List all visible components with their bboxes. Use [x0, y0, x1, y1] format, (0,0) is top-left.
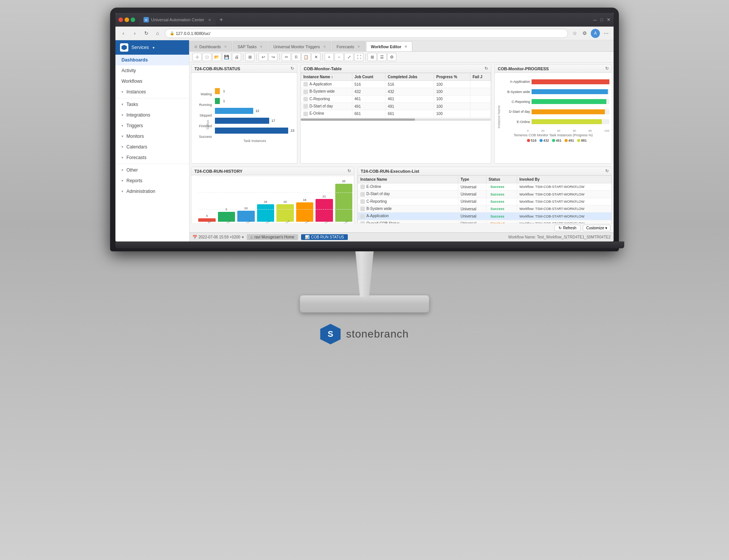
col-invoked-by[interactable]: Invoked By [517, 176, 611, 183]
col-type[interactable]: Type [458, 176, 486, 183]
table-row[interactable]: D-Start of day 491 491 100 [301, 103, 491, 110]
grid-button[interactable]: ⊞ [368, 53, 377, 61]
refresh-icon[interactable]: ↻ [605, 169, 609, 174]
redo-button[interactable]: ↪ [268, 53, 278, 61]
save-button[interactable]: 💾 [222, 53, 231, 61]
forward-button[interactable]: › [131, 29, 139, 38]
cell-job-count: 516 [352, 81, 385, 88]
table-row[interactable]: C-Reporting 461 461 100 [301, 95, 491, 103]
browser-tab-uac[interactable]: U Universal Automation Center ✕ [139, 14, 216, 25]
cell-invoked: Workflow: TSM-COB-START-WORKFLOW [517, 205, 611, 213]
new-button[interactable]: □ [202, 53, 211, 61]
browser-window-controls[interactable] [118, 17, 135, 22]
cut-button[interactable]: ✂ [282, 53, 291, 61]
col-instance-name[interactable]: Instance Name ↕ [301, 73, 352, 81]
tab-forecasts[interactable]: Forecasts ✕ [332, 41, 365, 51]
col-status[interactable]: Status [486, 176, 517, 183]
back-button[interactable]: ‹ [119, 29, 128, 38]
cursor-tool-button[interactable]: ⊹ [193, 53, 202, 61]
undo-button[interactable]: ↩ [259, 53, 268, 61]
sidebar-item-workflows[interactable]: Workflows [115, 76, 189, 87]
refresh-button[interactable]: ↻ [142, 29, 150, 38]
minimize-window-button[interactable] [125, 17, 129, 22]
col-progress[interactable]: Progress % [434, 73, 470, 81]
table-row[interactable]: A-Application 516 516 100 [301, 81, 491, 88]
new-tab-button[interactable]: + [219, 16, 223, 23]
zoom-out-button[interactable]: − [335, 53, 344, 61]
bookmark-icon[interactable]: ☆ [571, 30, 579, 37]
horizontal-scrollbar[interactable] [301, 118, 491, 121]
sidebar-item-calendars[interactable]: ▾ Calendars [115, 142, 189, 152]
copy-button[interactable]: ⎘ [292, 53, 301, 61]
table-row[interactable]: B-System wide 432 432 100 [301, 88, 491, 95]
tab-universal-monitor[interactable]: Universal Monitor Triggers ✕ [268, 41, 331, 51]
close-tab-icon[interactable]: ✕ [404, 45, 407, 49]
layout-button[interactable]: ☰ [377, 53, 387, 61]
tab-sap-tasks[interactable]: SAP Tasks ✕ [233, 41, 268, 51]
expand-button[interactable]: ⊞ [245, 53, 254, 61]
tab-workflow-editor[interactable]: Workflow Editor ✕ [366, 41, 412, 51]
sidebar-item-triggers[interactable]: ▾ Triggers [115, 120, 189, 131]
refresh-icon[interactable]: ↻ [484, 66, 488, 71]
open-button[interactable]: 📂 [212, 53, 221, 61]
scrollbar-thumb[interactable] [301, 118, 415, 121]
tab-dashboards[interactable]: ⊞ Dashboards ✕ [189, 41, 232, 51]
close-tab-icon[interactable]: ✕ [208, 18, 211, 22]
refresh-icon[interactable]: ↻ [605, 66, 609, 71]
close-tab-icon[interactable]: ✕ [224, 45, 227, 49]
restore-icon[interactable]: □ [600, 17, 603, 22]
settings-icon[interactable]: ⚙ [581, 30, 589, 37]
refresh-button[interactable]: ↻ Refresh [554, 225, 581, 231]
sidebar-item-administration[interactable]: ▾ Administration [115, 186, 189, 197]
sidebar-item-activity[interactable]: Activity [115, 65, 189, 76]
sidebar-item-instances[interactable]: ▾ Instances [115, 87, 189, 97]
minimize-icon[interactable]: ─ [593, 17, 596, 23]
sidebar-brand-arrow-icon: ▾ [153, 46, 155, 50]
table-row[interactable]: E-Online Universal Success Workflow: TSM… [358, 183, 612, 191]
table-row[interactable]: Overall COB Status Universal Finished Wo… [358, 220, 612, 223]
sidebar-item-reports[interactable]: ▾ Reports [115, 175, 189, 186]
table-row[interactable]: D-Start of day Universal Success Workflo… [358, 191, 612, 198]
profile-avatar[interactable]: A [591, 29, 600, 38]
close-tab-icon[interactable]: ✕ [323, 45, 326, 49]
table-row[interactable]: A-Application Universal Success Workflow… [358, 213, 612, 220]
bar-value: 12 [256, 109, 259, 113]
sidebar-item-other[interactable]: ▾ Other [115, 165, 189, 175]
more-options-icon[interactable]: ⋯ [602, 30, 610, 37]
close-tab-icon[interactable]: ✕ [260, 45, 263, 49]
delete-button[interactable]: ✕ [311, 53, 320, 61]
close-icon[interactable]: ✕ [607, 17, 611, 22]
paste-button[interactable]: 📋 [301, 53, 311, 61]
col-instance-name[interactable]: Instance Name [358, 176, 458, 183]
fit-button[interactable]: ⤢ [344, 53, 353, 61]
close-tab-icon[interactable]: ✕ [357, 45, 360, 49]
zoom-in-button[interactable]: + [325, 53, 334, 61]
col-job-count[interactable]: Job Count [352, 73, 385, 81]
sidebar-item-integrations[interactable]: ▾ Integrations [115, 110, 189, 120]
address-bar[interactable]: 🔒 127.0.0.1:8080/uc/ [165, 29, 568, 38]
close-window-button[interactable] [118, 17, 123, 22]
sidebar-item-forecasts[interactable]: ▾ Forecasts [115, 152, 189, 163]
col-fail[interactable]: Fail J [470, 73, 491, 81]
refresh-icon[interactable]: ↻ [290, 66, 294, 71]
refresh-icon[interactable]: ↻ [347, 169, 351, 174]
settings-button[interactable]: ⚙ [387, 53, 396, 61]
table-row[interactable]: B-System wide Universal Success Workflow… [358, 205, 612, 213]
fullscreen-button[interactable]: ⛶ [354, 53, 363, 61]
expand-icon: ▾ [122, 189, 123, 193]
statusbar-tab-cob[interactable]: 📊 COB RUN STATUS [301, 234, 348, 240]
table-row[interactable]: E-Online 661 661 100 [301, 110, 491, 117]
progress-bars-container: A-Application B-System wide [502, 75, 609, 128]
panel-title: T24-COB-RUN-STATUS [194, 66, 240, 71]
sidebar-item-monitors[interactable]: ▾ Monitors [115, 131, 189, 142]
col-completed[interactable]: Completed Jobs [385, 73, 434, 81]
statusbar-tab-home[interactable]: ⌂ ravi Murugesan's Home [247, 234, 298, 240]
home-button[interactable]: ⌂ [153, 29, 162, 38]
sidebar-item-dashboards[interactable]: Dashboards [115, 55, 189, 65]
sidebar-item-tasks[interactable]: ▾ Tasks [115, 99, 189, 110]
cell-invoked: Workflow: TSM-COB-START-WORKFLOW [517, 198, 611, 205]
table-row[interactable]: C-Reporting Universal Success Workflow: … [358, 198, 612, 205]
maximize-window-button[interactable] [131, 17, 135, 22]
print-button[interactable]: 🖨 [232, 53, 241, 61]
customize-button[interactable]: Customize ▾ [583, 225, 611, 231]
